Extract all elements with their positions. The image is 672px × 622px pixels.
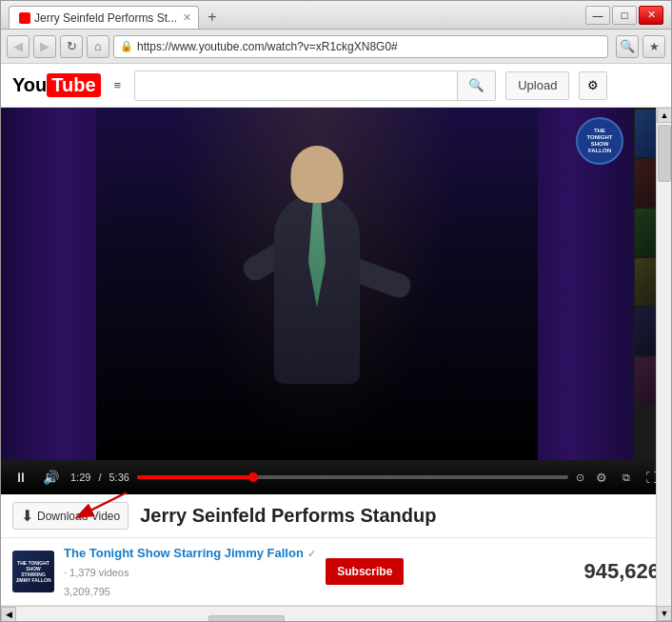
bookmarks-button[interactable]: ★ <box>642 35 665 58</box>
hamburger-icon: ≡ <box>114 78 122 92</box>
channel-thumbnail[interactable]: THE TONIGHT SHOW STARRING JIMMY FALLON <box>12 551 54 592</box>
download-video-button[interactable]: ⬇ Download Video <box>12 502 128 530</box>
youtube-logo[interactable]: YouTube <box>12 73 101 97</box>
volume-button[interactable]: 🔊 <box>39 468 63 487</box>
video-count-text: · 1,379 videos <box>64 567 129 578</box>
active-tab[interactable]: Jerry Seinfeld Performs St... ✕ <box>9 6 199 29</box>
refresh-button[interactable]: ↻ <box>60 35 83 58</box>
youtube-search-input[interactable] <box>135 71 457 100</box>
address-bar[interactable] <box>137 40 602 53</box>
lock-icon: 🔒 <box>120 40 133 52</box>
miniplayer-button[interactable]: ⧉ <box>619 470 634 486</box>
play-pause-button[interactable]: ⏸ <box>10 468 31 487</box>
channel-details: The Tonight Show Starring Jimmy Fallon ✓… <box>64 544 316 599</box>
video-controls-bar: ⏸ 🔊 1:29 / 5:36 ⊙ ⚙ ⧉ ⛶ <box>1 460 671 494</box>
video-title: Jerry Seinfeld Performs Standup <box>140 505 660 527</box>
settings-button[interactable]: ⚙ <box>592 469 611 487</box>
browser-window: Jerry Seinfeld Performs St... ✕ + — □ ✕ … <box>0 0 672 622</box>
titlebar: Jerry Seinfeld Performs St... ✕ + — □ ✕ <box>1 1 671 30</box>
progress-bar[interactable] <box>137 475 568 479</box>
quality-button[interactable]: ⊙ <box>576 472 584 484</box>
view-count-section: 945,626 <box>583 559 660 584</box>
download-label: Download Video <box>37 510 120 523</box>
vertical-scrollbar[interactable]: ▲ ▼ <box>656 108 671 621</box>
time-separator: / <box>98 472 101 483</box>
performer-head <box>291 146 344 203</box>
tab-close-button[interactable]: ✕ <box>183 11 191 24</box>
main-video-area: THE TONIGHT SHOW FALLON <box>1 108 671 621</box>
navigation-bar: ◀ ▶ ↻ ⌂ 🔒 🔍 ★ <box>1 30 671 64</box>
youtube-search-wrap: 🔍 <box>134 70 496 101</box>
nav-search-button[interactable]: 🔍 <box>616 35 639 58</box>
horizontal-scrollbar[interactable]: ◀ ▶ <box>1 606 671 621</box>
channel-name-row: The Tonight Show Starring Jimmy Fallon ✓ <box>64 544 316 561</box>
new-tab-button[interactable]: + <box>201 6 224 29</box>
channel-name-link[interactable]: The Tonight Show Starring Jimmy Fallon <box>64 546 304 560</box>
youtube-header: YouTube ≡ 🔍 Upload ⚙ <box>1 64 671 108</box>
progress-fill <box>137 475 253 479</box>
hscroll-thumb[interactable] <box>208 615 285 622</box>
subscriber-count-row: 3,209,795 <box>64 582 316 599</box>
scroll-up-button[interactable]: ▲ <box>657 108 671 123</box>
address-bar-container: 🔒 <box>113 35 608 58</box>
download-icon: ⬇ <box>21 507 33 525</box>
video-player[interactable]: THE TONIGHT SHOW FALLON <box>1 108 633 460</box>
view-count: 945,626 <box>583 559 660 584</box>
close-button[interactable]: ✕ <box>639 6 663 25</box>
video-info-section: ⬇ Download Video <box>1 494 671 538</box>
settings-icon: ⚙ <box>587 78 599 92</box>
upload-button[interactable]: Upload <box>505 71 569 100</box>
tab-favicon <box>19 12 30 24</box>
subscriber-count: 3,209,795 <box>64 586 110 597</box>
maximize-button[interactable]: □ <box>612 6 637 25</box>
subscribe-button[interactable]: Subscribe <box>326 558 404 585</box>
forward-button[interactable]: ▶ <box>33 35 56 58</box>
scroll-down-button[interactable]: ▼ <box>657 606 671 621</box>
progress-indicator <box>248 472 258 482</box>
scroll-track[interactable] <box>657 123 671 606</box>
logo-you: You <box>12 74 47 96</box>
logo-tube: Tube <box>47 73 100 97</box>
channel-video-count: · 1,379 videos <box>64 563 316 580</box>
performer-figure <box>222 108 412 384</box>
video-row: THE TONIGHT SHOW FALLON <box>1 108 671 460</box>
window-controls: — □ ✕ <box>585 6 663 25</box>
download-area: ⬇ Download Video <box>12 502 128 530</box>
tab-label: Jerry Seinfeld Performs St... <box>34 11 177 25</box>
channel-thumb-text: THE TONIGHT SHOW STARRING JIMMY FALLON <box>14 560 52 583</box>
home-button[interactable]: ⌂ <box>87 35 109 58</box>
youtube-settings-button[interactable]: ⚙ <box>579 71 607 100</box>
scroll-thumb[interactable] <box>658 125 671 182</box>
current-time: 1:29 <box>70 472 90 483</box>
channel-thumb-image: THE TONIGHT SHOW STARRING JIMMY FALLON <box>14 552 52 591</box>
youtube-search-button[interactable]: 🔍 <box>457 71 495 100</box>
total-time: 5:36 <box>109 472 128 483</box>
nbc-watermark: THE TONIGHT SHOW FALLON <box>576 117 623 165</box>
channel-info-row: THE TONIGHT SHOW STARRING JIMMY FALLON T… <box>1 538 671 606</box>
youtube-menu-button[interactable]: ≡ <box>110 74 126 96</box>
scroll-left-button[interactable]: ◀ <box>1 607 16 622</box>
minimize-button[interactable]: — <box>585 6 610 25</box>
content-area: ▲ ▼ THE TONIGHT SHOW FALLON <box>1 108 671 621</box>
back-button[interactable]: ◀ <box>7 35 30 58</box>
verified-checkmark: ✓ <box>307 548 316 559</box>
video-title-row: ⬇ Download Video <box>12 502 660 530</box>
